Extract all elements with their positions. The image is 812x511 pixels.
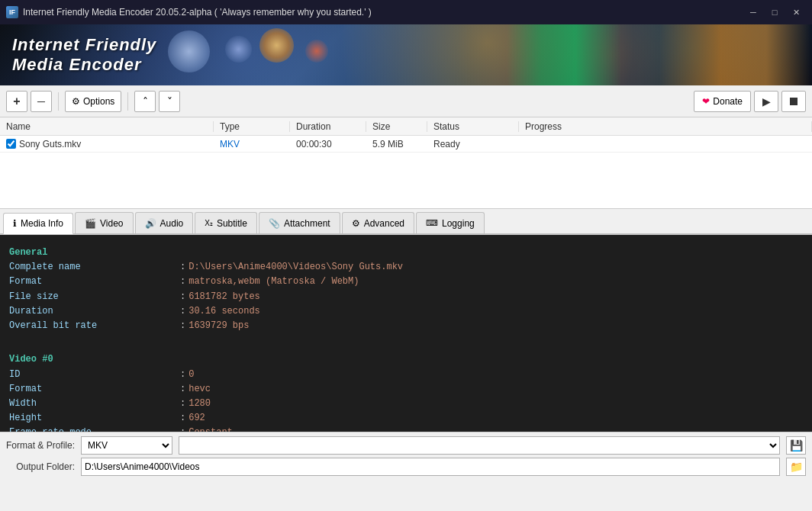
file-status-cell: Ready: [427, 139, 519, 149]
col-header-progress: Progress: [519, 121, 812, 132]
move-up-button[interactable]: ˄: [134, 91, 156, 112]
media-info-line: Duration:30.16 seconds: [9, 304, 803, 319]
bottom-bar: Format & Profile: MKV MP4 WebM 💾 Output …: [0, 432, 812, 480]
media-info-line: Format:matroska,webm (Matroska / WebM): [9, 275, 803, 289]
mi-value: 0: [188, 368, 194, 382]
format-select[interactable]: MKV MP4 WebM: [81, 436, 172, 455]
tab-panel: ℹ Media Info 🎬 Video 🔊 Audio X₂ Subtitle…: [0, 209, 812, 235]
mi-key: Height: [9, 411, 177, 426]
toolbar-separator-1: [58, 92, 59, 111]
banner-char-orange: [659, 24, 812, 85]
mi-key: File size: [9, 290, 177, 304]
mi-key: Overall bit rate: [9, 319, 177, 333]
info-icon: ℹ: [13, 218, 17, 229]
mi-key: Duration: [9, 304, 177, 319]
close-button[interactable]: ✕: [786, 5, 806, 20]
app-icon: IF: [6, 6, 18, 18]
tab-audio[interactable]: 🔊 Audio: [135, 212, 194, 233]
col-header-name: Name: [0, 121, 214, 132]
donate-label: Donate: [713, 96, 743, 107]
file-size-cell: 5.9 MiB: [366, 139, 427, 149]
audio-icon: 🔊: [145, 218, 156, 229]
logging-icon: ⌨: [426, 218, 438, 228]
stop-icon: [790, 98, 798, 105]
banner: Internet Friendly Media Encoder: [0, 24, 812, 85]
attachment-icon: 📎: [269, 218, 280, 229]
heart-icon: ❤: [702, 96, 710, 107]
titlebar-left: IF Internet Friendly Media Encoder 20.05…: [6, 6, 372, 18]
tab-video[interactable]: 🎬 Video: [75, 212, 133, 233]
mi-key: Complete name: [9, 260, 177, 275]
media-info-content[interactable]: GeneralComplete name:D:\Users\Anime4000\…: [0, 235, 812, 432]
col-header-type: Type: [214, 121, 290, 132]
format-row: Format & Profile: MKV MP4 WebM 💾: [6, 436, 806, 455]
output-label: Output Folder:: [6, 461, 75, 472]
mi-value: matroska,webm (Matroska / WebM): [188, 275, 359, 289]
file-name-cell: Sony Guts.mkv: [0, 139, 214, 149]
minimize-button[interactable]: ─: [743, 5, 763, 20]
media-info-section: General: [9, 246, 47, 260]
file-list-header: Name Type Duration Size Status Progress: [0, 117, 812, 136]
profile-select[interactable]: [179, 436, 780, 455]
output-folder-input[interactable]: [81, 458, 780, 476]
add-file-button[interactable]: +: [6, 91, 27, 112]
titlebar-title: Internet Friendly Media Encoder 20.05.2-…: [23, 7, 372, 18]
banner-circle-1: [168, 31, 210, 72]
tab-advanced[interactable]: ⚙ Advanced: [342, 212, 414, 233]
media-info-line: Complete name:D:\Users\Anime4000\Videos\…: [9, 260, 803, 275]
browse-folder-button[interactable]: 📁: [786, 458, 806, 476]
tab-attachment[interactable]: 📎 Attachment: [259, 212, 340, 233]
toolbar: + ─ ⚙ Options ˄ ˅ ❤ Donate ▶: [0, 85, 812, 117]
titlebar-controls: ─ □ ✕: [743, 5, 806, 20]
file-list-body: Sony Guts.mkv MKV 00:00:30 5.9 MiB Ready: [0, 136, 812, 153]
tabs-bar: ℹ Media Info 🎬 Video 🔊 Audio X₂ Subtitle…: [0, 209, 812, 234]
mi-value: 30.16 seconds: [188, 304, 260, 319]
mi-value: 692: [188, 411, 205, 426]
mi-key: Width: [9, 397, 177, 411]
encode-button[interactable]: ▶: [754, 91, 778, 112]
media-info-line: ID:0: [9, 368, 803, 382]
media-info-line: Width:1280: [9, 397, 803, 411]
donate-button[interactable]: ❤ Donate: [694, 91, 751, 112]
remove-file-button[interactable]: ─: [31, 91, 52, 112]
options-label: Options: [83, 96, 114, 107]
file-checkbox[interactable]: [6, 139, 16, 149]
col-header-status: Status: [427, 121, 519, 132]
media-info-line: File size:6181782 bytes: [9, 290, 803, 304]
save-profile-button[interactable]: 💾: [786, 436, 806, 455]
mi-value: Constant: [188, 426, 233, 432]
media-info-line: Height:692: [9, 411, 803, 426]
col-header-size: Size: [366, 121, 427, 132]
banner-circle-3: [259, 28, 294, 63]
media-info-line: Overall bit rate:1639729 bps: [9, 319, 803, 333]
subtitle-icon: X₂: [205, 219, 213, 227]
mi-key: Frame rate mode: [9, 426, 177, 432]
video-icon: 🎬: [85, 218, 96, 229]
mi-value: 1280: [188, 397, 211, 411]
format-label: Format & Profile:: [6, 440, 75, 451]
mi-value: 6181782 bytes: [188, 290, 260, 304]
toolbar-separator-2: [127, 92, 128, 111]
mi-key: ID: [9, 368, 177, 382]
file-type-cell: MKV: [214, 139, 290, 149]
tab-subtitle[interactable]: X₂ Subtitle: [195, 212, 257, 233]
file-list-container: Name Type Duration Size Status Progress …: [0, 117, 812, 209]
stop-button[interactable]: [781, 91, 806, 112]
app-title: Internet Friendly Media Encoder: [12, 35, 156, 76]
table-row[interactable]: Sony Guts.mkv MKV 00:00:30 5.9 MiB Ready: [0, 136, 812, 153]
gear-icon: ⚙: [72, 96, 80, 107]
advanced-icon: ⚙: [352, 218, 360, 229]
mi-value: hevc: [188, 382, 211, 397]
output-row: Output Folder: 📁: [6, 458, 806, 476]
mi-value: D:\Users\Anime4000\Videos\Sony Guts.mkv: [188, 260, 403, 275]
maximize-button[interactable]: □: [765, 5, 785, 20]
options-button[interactable]: ⚙ Options: [65, 91, 121, 112]
tab-media-info[interactable]: ℹ Media Info: [3, 213, 73, 234]
banner-circle-4: [305, 40, 328, 63]
mi-key: Format: [9, 382, 177, 397]
file-duration-cell: 00:00:30: [290, 139, 366, 149]
mi-key: Format: [9, 275, 177, 289]
tab-logging[interactable]: ⌨ Logging: [416, 212, 485, 233]
col-header-duration: Duration: [290, 121, 366, 132]
move-down-button[interactable]: ˅: [159, 91, 180, 112]
